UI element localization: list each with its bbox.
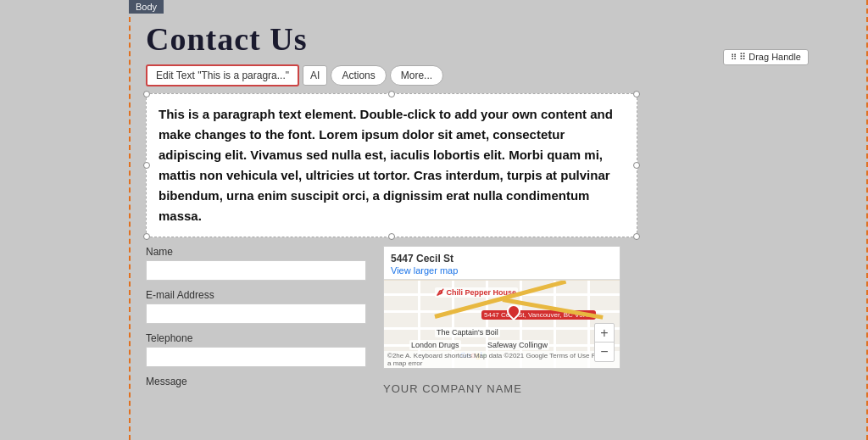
resize-handle-bottom-left[interactable] — [143, 233, 150, 240]
email-label: E-mail Address — [146, 289, 366, 301]
map-zoom-out-button[interactable]: − — [595, 343, 614, 361]
resize-handle-top-left[interactable] — [143, 91, 150, 97]
map-container: 5447 Cecil St View larger map — [383, 246, 620, 369]
telephone-label: Telephone — [146, 332, 366, 344]
resize-handle-bottom-center[interactable] — [388, 233, 395, 240]
left-sidebar — [0, 0, 129, 440]
map-label-captain: The Captain's Boil — [435, 327, 500, 337]
edit-text-button[interactable]: Edit Text "This is a paragra..." — [146, 64, 299, 86]
map-header: 5447 Cecil St View larger map — [384, 247, 620, 280]
form-group-name: Name — [146, 246, 366, 281]
map-zoom-controls: + − — [594, 323, 615, 362]
form-group-email: E-mail Address — [146, 289, 366, 324]
resize-handle-middle-right[interactable] — [633, 162, 640, 169]
map-and-company: 5447 Cecil St View larger map — [383, 246, 620, 396]
more-button[interactable]: More... — [390, 65, 443, 86]
map-label-safeway: Safeway Collingw — [486, 340, 549, 350]
actions-button[interactable]: Actions — [331, 65, 386, 86]
text-content-box: This is a paragraph text element. Double… — [146, 93, 637, 237]
name-input[interactable] — [146, 260, 366, 281]
bottom-section: Name E-mail Address Telephone Message 54… — [146, 246, 851, 396]
map-pin — [507, 304, 524, 325]
map-label-london: London Drugs — [409, 340, 461, 350]
form-group-telephone: Telephone — [146, 332, 366, 367]
map-footer-text: ©2he A. Keyboard shortcuts Map data ©202… — [387, 352, 616, 367]
ai-icon: AI — [310, 70, 320, 81]
map-pin-shape — [504, 302, 524, 321]
toolbar: Edit Text "This is a paragra..." AI Acti… — [146, 64, 851, 86]
map-address: 5447 Cecil St — [391, 253, 453, 265]
telephone-input[interactable] — [146, 347, 366, 367]
resize-handle-bottom-right[interactable] — [633, 233, 640, 240]
ai-icon-button[interactable]: AI — [303, 65, 327, 86]
name-label: Name — [146, 246, 366, 258]
resize-handle-middle-left[interactable] — [143, 162, 150, 169]
page-content: Contact Us Edit Text "This is a paragra.… — [129, 12, 868, 404]
contact-form: Name E-mail Address Telephone Message — [146, 246, 366, 396]
message-label: Message — [146, 376, 366, 387]
map-tiles: 🌶 Chili Pepper House 5447 Cecil St, Vanc… — [384, 281, 620, 368]
body-label: Body — [129, 0, 164, 14]
resize-handle-top-center[interactable] — [388, 91, 395, 97]
map-view-larger-link[interactable]: View larger map — [391, 265, 613, 276]
company-name: YOUR COMPANY NAME — [383, 382, 620, 395]
email-input[interactable] — [146, 304, 366, 324]
form-group-message: Message — [146, 376, 366, 387]
drag-handle-label: ⠿ Drag Handle — [723, 49, 809, 65]
map-zoom-in-button[interactable]: + — [595, 324, 614, 343]
paragraph-text: This is a paragraph text element. Double… — [159, 104, 625, 226]
resize-handle-top-right[interactable] — [633, 91, 640, 97]
map-footer: ©2he A. Keyboard shortcuts Map data ©202… — [384, 351, 620, 368]
